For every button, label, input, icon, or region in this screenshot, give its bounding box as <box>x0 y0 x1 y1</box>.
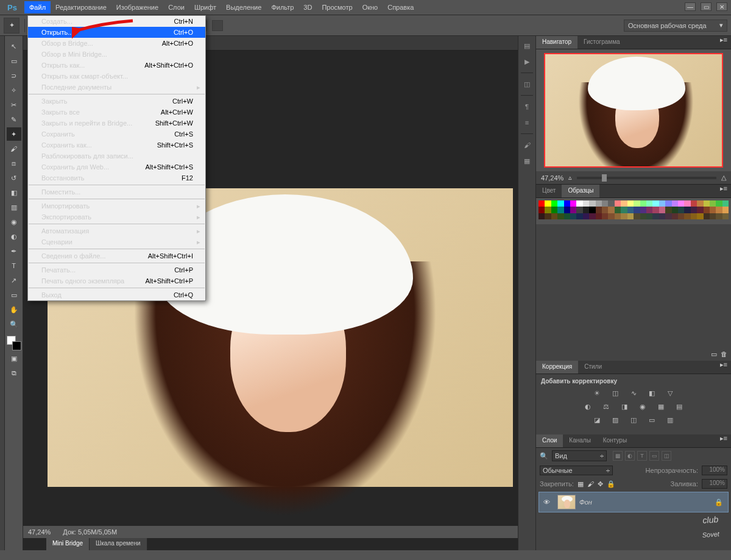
swatch[interactable] <box>570 200 576 207</box>
swatch[interactable] <box>646 213 652 219</box>
swatch[interactable] <box>589 207 595 213</box>
swatch[interactable] <box>608 213 614 219</box>
swatch[interactable] <box>627 213 634 219</box>
swatch[interactable] <box>576 213 582 219</box>
maximize-button[interactable]: ▭ <box>701 2 712 11</box>
swatch[interactable] <box>608 207 614 213</box>
swatch[interactable] <box>557 200 563 207</box>
swatch[interactable] <box>684 200 690 207</box>
minimize-button[interactable]: ― <box>685 2 696 11</box>
exposure-icon[interactable]: ◧ <box>646 388 657 398</box>
swatch[interactable] <box>539 200 545 207</box>
vibrance-icon[interactable]: ▽ <box>665 388 676 398</box>
swatch[interactable] <box>652 200 659 207</box>
workspace-dropdown[interactable]: Основная рабочая среда▾ <box>624 19 727 32</box>
menu-шрифт[interactable]: Шрифт <box>189 1 221 13</box>
file-menu-item[interactable]: Открыть...Ctrl+O <box>28 27 205 38</box>
tab-adjustments[interactable]: Коррекция <box>536 361 578 374</box>
menu-выделение[interactable]: Выделение <box>221 1 266 13</box>
rail-history-icon[interactable]: ▤ <box>521 40 533 52</box>
gradient-tool[interactable]: ▥ <box>7 200 21 214</box>
swatch[interactable] <box>716 213 722 219</box>
invert-icon[interactable]: ◪ <box>592 415 602 425</box>
curves-icon[interactable]: ∿ <box>628 388 639 398</box>
swatch[interactable] <box>722 207 729 213</box>
wand-tool[interactable]: ✧ <box>7 83 21 97</box>
blur-tool[interactable]: ◉ <box>7 215 21 229</box>
new-swatch-icon[interactable]: ▭ <box>711 350 717 358</box>
color-swatches[interactable] <box>7 336 21 350</box>
swatch[interactable] <box>627 207 634 213</box>
bw-icon[interactable]: ◨ <box>619 402 630 411</box>
swatch[interactable] <box>697 213 703 219</box>
eraser-tool[interactable]: ◧ <box>7 186 21 199</box>
marquee-tool[interactable]: ▭ <box>7 54 21 68</box>
swatch[interactable] <box>557 207 563 213</box>
menu-файл[interactable]: Файл <box>24 1 51 13</box>
layer-thumbnail[interactable] <box>557 495 576 509</box>
selective-icon[interactable]: ▥ <box>665 415 676 425</box>
swatch[interactable] <box>570 213 576 219</box>
swatch[interactable] <box>691 213 697 219</box>
close-button[interactable]: ✕ <box>716 2 727 11</box>
file-menu-item[interactable]: Сохранить для Web...Alt+Shift+Ctrl+S <box>28 161 205 172</box>
swatch[interactable] <box>583 200 589 207</box>
file-menu-item[interactable]: Последние документы▸ <box>28 82 205 93</box>
swatch[interactable] <box>545 207 551 213</box>
brightness-icon[interactable]: ☀ <box>592 388 602 398</box>
screenmode-tool[interactable]: ⧉ <box>7 366 21 380</box>
swatch[interactable] <box>640 200 646 207</box>
layer-filter-kind[interactable]: Вид÷ <box>552 450 607 461</box>
swatch[interactable] <box>596 200 602 207</box>
search-icon[interactable]: 🔍 <box>540 452 548 460</box>
swatch[interactable] <box>634 207 640 213</box>
blend-mode-dropdown[interactable]: Обычные÷ <box>540 466 613 475</box>
swatch[interactable] <box>710 200 716 207</box>
swatch[interactable] <box>646 200 652 207</box>
hue-icon[interactable]: ◐ <box>582 402 593 411</box>
swatch[interactable] <box>602 207 608 213</box>
swatch[interactable] <box>557 213 563 219</box>
zoom-in-icon[interactable]: △ <box>721 174 726 182</box>
swatch[interactable] <box>589 213 595 219</box>
tab-color[interactable]: Цвет <box>536 185 562 197</box>
menu-редактирование[interactable]: Редактирование <box>51 1 111 13</box>
swatch[interactable] <box>672 213 678 219</box>
swatch[interactable] <box>621 213 627 219</box>
mixer-icon[interactable]: ▦ <box>655 402 666 411</box>
file-menu-item[interactable]: Обзор в Mini Bridge... <box>28 49 205 60</box>
swatch[interactable] <box>551 200 557 207</box>
swatch[interactable] <box>627 200 634 207</box>
swatch[interactable] <box>652 207 659 213</box>
rail-brush-icon[interactable]: 🖌 <box>521 139 533 151</box>
file-menu-item[interactable]: Обзор в Bridge...Alt+Ctrl+O <box>28 38 205 49</box>
tab-navigator[interactable]: Навигатор <box>536 36 577 49</box>
swatch[interactable] <box>596 207 602 213</box>
path-tool[interactable]: ↗ <box>7 274 21 287</box>
swatch[interactable] <box>704 207 710 213</box>
swatch[interactable] <box>583 207 589 213</box>
swatch[interactable] <box>602 213 608 219</box>
lock-all-icon[interactable]: 🔒 <box>607 480 615 488</box>
swatch[interactable] <box>570 207 576 213</box>
file-menu-item[interactable]: Открыть как смарт-объект... <box>28 71 205 82</box>
swatch[interactable] <box>678 213 684 219</box>
status-zoom[interactable]: 47,24% <box>28 528 51 536</box>
rail-actions-icon[interactable]: ▶ <box>521 55 533 68</box>
tab-mini-bridge[interactable]: Mini Bridge <box>46 538 90 550</box>
lock-paint-icon[interactable]: 🖌 <box>587 480 594 487</box>
swatch[interactable] <box>640 207 646 213</box>
levels-icon[interactable]: ◫ <box>610 388 621 398</box>
fill-input[interactable]: 100% <box>702 479 727 489</box>
filter-pixel-icon[interactable]: ▩ <box>613 451 623 461</box>
lock-pos-icon[interactable]: ✥ <box>598 480 603 488</box>
menu-справка[interactable]: Справка <box>383 1 418 13</box>
photo-filter-icon[interactable]: ◉ <box>637 402 648 411</box>
pattern-picker[interactable] <box>212 20 223 31</box>
tab-swatches[interactable]: Образцы <box>562 185 599 197</box>
history-brush-tool[interactable]: ↺ <box>7 171 21 185</box>
pen-tool[interactable]: ✒ <box>7 244 21 258</box>
filter-type-icon[interactable]: T <box>637 451 647 461</box>
panel-menu-icon[interactable]: ▸≡ <box>720 361 727 369</box>
balance-icon[interactable]: ⚖ <box>601 402 612 411</box>
